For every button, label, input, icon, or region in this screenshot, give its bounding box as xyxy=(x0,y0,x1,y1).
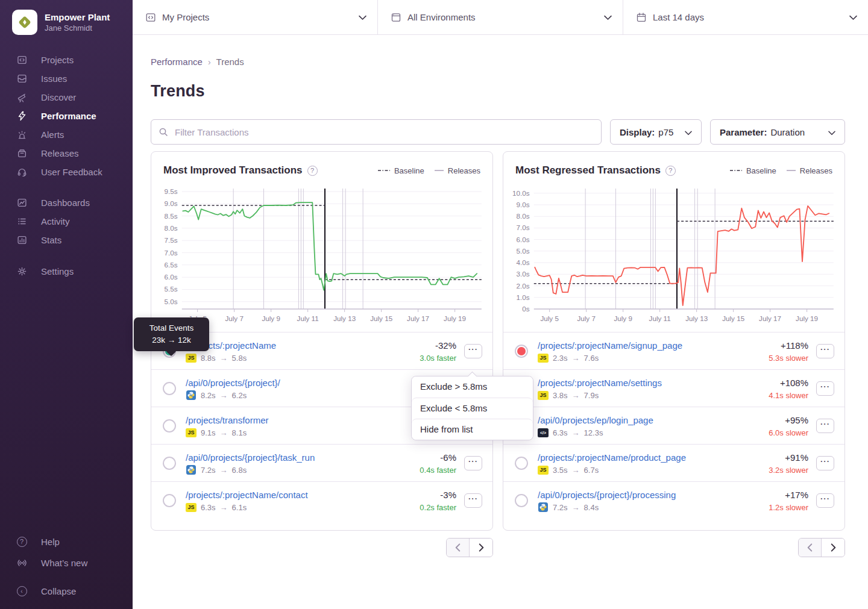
change-delta: 6.0s slower xyxy=(769,428,808,437)
transaction-link[interactable]: /api/0/projects/ep/login_page xyxy=(538,414,653,426)
transaction-link[interactable]: /api/0/projects/{project}/processing xyxy=(538,489,676,501)
chevron-down-icon xyxy=(685,127,692,137)
menu-item-hide-from-list[interactable]: Hide from list xyxy=(412,419,533,440)
next-page-button[interactable] xyxy=(822,539,844,557)
sidebar-item-releases[interactable]: Releases xyxy=(0,144,133,163)
transaction-link[interactable]: /projects/:projectName/product_page xyxy=(538,452,686,463)
stats-icon xyxy=(16,235,27,246)
sidebar-collapse-button[interactable]: ‹ Collapse xyxy=(0,582,133,601)
question-icon[interactable]: ? xyxy=(307,166,318,176)
platform-badge: JS xyxy=(538,354,549,363)
parameter-dropdown[interactable]: Parameter: Duration xyxy=(710,119,845,145)
transaction-radio[interactable] xyxy=(163,419,176,433)
transaction-link[interactable]: /projects/:projectName/signup_page xyxy=(538,340,682,351)
more-actions-button[interactable]: ··· xyxy=(464,456,482,470)
sidebar-item-help[interactable]: ? Help xyxy=(0,532,133,551)
more-actions-button[interactable]: ··· xyxy=(464,344,482,358)
transaction-link[interactable]: /api/0/projects/{project}/ xyxy=(186,377,280,389)
project-selector[interactable]: My Projects xyxy=(133,0,378,34)
org-switcher[interactable]: Empower Plant Jane Schmidt xyxy=(0,0,133,35)
sidebar-item-stats[interactable]: Stats xyxy=(0,231,133,249)
svg-text:4.0s: 4.0s xyxy=(517,259,530,266)
more-actions-button[interactable]: ··· xyxy=(816,344,834,358)
chart-legend: Baseline Releases xyxy=(730,166,832,175)
environment-selector[interactable]: All Environments xyxy=(378,0,623,34)
sidebar-item-activity[interactable]: Activity xyxy=(0,212,133,231)
svg-text:5.0s: 5.0s xyxy=(517,248,530,255)
releases-icon xyxy=(16,148,27,159)
previous-page-button[interactable] xyxy=(799,539,822,557)
question-icon[interactable]: ? xyxy=(665,166,676,176)
display-dropdown[interactable]: Display: p75 xyxy=(610,119,702,145)
sidebar-item-label: Activity xyxy=(41,216,70,226)
sidebar-item-user-feedback[interactable]: User Feedback xyxy=(0,163,133,181)
more-actions-button[interactable]: ··· xyxy=(816,493,834,508)
transaction-radio[interactable] xyxy=(163,457,176,470)
menu-item-exclude-above[interactable]: Exclude > 5.8ms xyxy=(412,376,533,398)
sidebar-item-whats-new[interactable]: What’s new xyxy=(0,554,133,572)
more-actions-button[interactable]: ··· xyxy=(816,456,834,470)
search-input[interactable] xyxy=(151,119,602,145)
table-row: /api/0/projects/{project}/task_run 7.2s→… xyxy=(151,444,492,481)
transaction-link[interactable]: /projects/transformer xyxy=(186,414,269,426)
empower-plant-logo-icon xyxy=(17,14,33,30)
chevron-down-icon xyxy=(828,127,835,137)
change-delta: 0.4s faster xyxy=(420,466,456,475)
chart-legend: Baseline Releases xyxy=(378,166,480,175)
breadcrumb-performance-link[interactable]: Performance xyxy=(151,57,203,67)
sidebar-item-label: Collapse xyxy=(41,586,76,596)
sidebar-item-label: Dashboards xyxy=(41,198,90,208)
svg-text:8.0s: 8.0s xyxy=(165,225,178,232)
svg-text:7.5s: 7.5s xyxy=(165,237,178,244)
panel-title: Most Improved Transactions xyxy=(163,164,303,176)
more-actions-button[interactable]: ··· xyxy=(464,493,482,508)
more-actions-button[interactable]: ··· xyxy=(816,381,834,396)
sidebar-item-performance[interactable]: Performance xyxy=(0,107,133,125)
change-percent: -3% xyxy=(420,489,456,501)
search-icon xyxy=(159,127,168,139)
sidebar-item-settings[interactable]: Settings xyxy=(0,262,133,281)
previous-page-button[interactable] xyxy=(447,539,470,557)
transaction-radio[interactable] xyxy=(515,345,528,358)
date-range-label: Last 14 days xyxy=(653,12,704,22)
transaction-link[interactable]: /projects/:projectName/settings xyxy=(538,377,662,389)
legend-baseline: Baseline xyxy=(730,166,776,175)
legend-releases: Releases xyxy=(435,166,480,175)
sidebar-item-dashboards[interactable]: Dashboards xyxy=(0,193,133,212)
more-actions-button[interactable]: ··· xyxy=(816,419,834,433)
next-page-button[interactable] xyxy=(470,539,492,557)
table-row: /projects/:projectName/signup_page JS2.3… xyxy=(503,332,844,369)
sidebar-item-projects[interactable]: Projects xyxy=(0,51,133,69)
parameter-dropdown-value: Duration xyxy=(770,127,805,137)
most-regressed-panel: Most Regressed Transactions ? Baseline R… xyxy=(503,151,845,531)
breadcrumb-separator-icon: › xyxy=(208,57,211,67)
transaction-radio[interactable] xyxy=(515,457,528,470)
sidebar-item-label: Releases xyxy=(41,148,79,158)
table-row: /projects/:projectName/product_page JS3.… xyxy=(503,444,844,481)
regressed-transactions-chart[interactable]: 0s1.0s2.0s3.0s4.0s5.0s6.0s7.0s8.0s9.0s10… xyxy=(506,184,840,327)
menu-item-exclude-below[interactable]: Exclude < 5.8ms xyxy=(412,398,533,419)
platform-badge: JS xyxy=(186,503,197,512)
improved-pagination xyxy=(446,538,493,557)
sidebar-item-label: What’s new xyxy=(41,558,87,568)
change-percent: -6% xyxy=(420,452,456,463)
transaction-radio[interactable] xyxy=(163,382,176,395)
sidebar-item-alerts[interactable]: Alerts xyxy=(0,125,133,144)
breadcrumb-current: Trends xyxy=(216,57,244,67)
svg-text:1.0s: 1.0s xyxy=(517,294,530,301)
transaction-link[interactable]: /projects/:projectName/contact xyxy=(186,489,308,501)
improved-transactions-chart[interactable]: 5.0s5.5s6.0s6.5s7.0s7.5s8.0s8.5s9.0s9.5s… xyxy=(154,184,488,327)
sidebar-item-label: Projects xyxy=(41,55,74,65)
baseline-dash-icon xyxy=(378,169,390,172)
arrow-right-icon: → xyxy=(572,466,580,475)
change-delta: 3.0s faster xyxy=(420,354,456,363)
svg-text:9.0s: 9.0s xyxy=(517,201,530,208)
transaction-radio[interactable] xyxy=(163,494,176,507)
arrow-right-icon: → xyxy=(572,503,580,512)
transaction-radio[interactable] xyxy=(515,494,528,507)
sidebar-item-discover[interactable]: Discover xyxy=(0,88,133,107)
sidebar-item-issues[interactable]: Issues xyxy=(0,69,133,88)
change-delta: 5.3s slower xyxy=(769,354,808,363)
date-range-selector[interactable]: Last 14 days xyxy=(623,0,868,34)
transaction-link[interactable]: /api/0/projects/{project}/task_run xyxy=(186,452,315,463)
